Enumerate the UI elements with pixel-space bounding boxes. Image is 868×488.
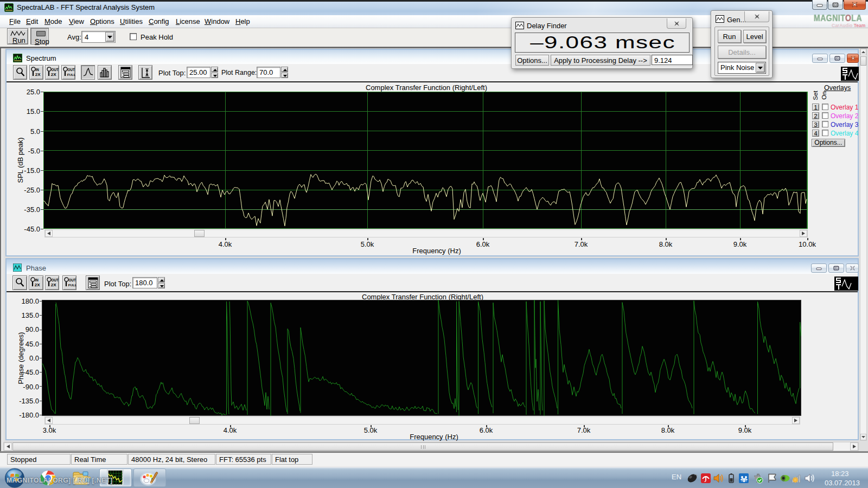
svg-text:2X: 2X [51, 282, 56, 287]
svg-text:2X: 2X [35, 282, 40, 287]
svg-text:2X: 2X [51, 72, 56, 77]
svg-text:IN: IN [35, 278, 39, 282]
svg-text:OUT: OUT [52, 278, 59, 282]
svg-text:OUT: OUT [52, 68, 59, 72]
svg-text:OUT: OUT [69, 278, 76, 282]
svg-text:2X: 2X [35, 72, 41, 77]
svg-text:OUT: OUT [68, 68, 75, 72]
svg-text:IN: IN [36, 68, 40, 72]
svg-text:FULL: FULL [67, 73, 75, 76]
svg-text:FULL: FULL [68, 283, 76, 287]
